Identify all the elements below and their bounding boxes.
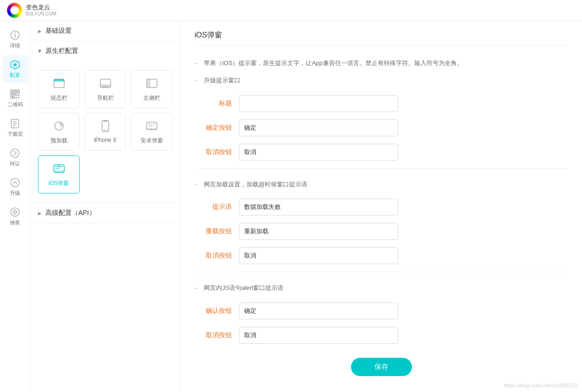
svg-point-20 <box>11 149 19 157</box>
form-row-cancel3: 取消按钮 <box>194 327 568 344</box>
svg-point-1 <box>15 33 16 34</box>
form-row-cancel1: 取消按钮 <box>194 144 568 161</box>
advanced-config-label: 高级配置（API） <box>45 209 96 217</box>
native-config-grid: 状态栏 导航栏 <box>30 61 180 203</box>
shengji-icon <box>9 177 21 188</box>
ios-dialog-label: iOS弹窗 <box>48 179 69 187</box>
svg-rect-37 <box>148 124 156 125</box>
input-cancel1[interactable] <box>239 144 398 161</box>
nav-item-choujiang[interactable]: 抽奖 <box>2 203 28 230</box>
sidebar-item-iphonex[interactable]: iPhone X <box>84 113 126 151</box>
save-button[interactable]: 保存 <box>351 358 412 376</box>
dash-3: - <box>194 180 204 188</box>
svg-rect-9 <box>16 91 18 93</box>
input-hint[interactable] <box>239 199 398 215</box>
svg-rect-44 <box>54 170 64 172</box>
basic-arrow-icon: ▶ <box>38 29 42 34</box>
icon-nav: 详情 配置 <box>0 21 30 392</box>
sidebar-item-navbar[interactable]: 导航栏 <box>84 70 126 108</box>
svg-rect-12 <box>15 95 17 96</box>
svg-rect-43 <box>55 168 60 169</box>
svg-rect-38 <box>148 126 153 126</box>
svg-point-24 <box>15 212 16 213</box>
input-cancel2[interactable] <box>239 247 398 264</box>
label-confirm3: 确认按钮 <box>194 307 232 315</box>
svg-rect-11 <box>12 96 14 97</box>
sidebar-section-basic: ▶ 基础设置 <box>30 21 180 41</box>
zhuanhua-icon <box>9 148 21 159</box>
input-cancel3[interactable] <box>239 327 398 344</box>
logo: 变色龙云 BSLYUN.COM <box>7 3 56 18</box>
logo-icon <box>7 3 22 18</box>
advanced-arrow-icon: ▶ <box>38 211 42 216</box>
sidebar-item-ios-dialog[interactable]: iOS弹窗 <box>38 155 80 193</box>
label-hint: 提示语 <box>194 203 232 211</box>
sidebar-item-leftsidebar[interactable]: 左侧栏 <box>131 70 172 108</box>
native-arrow-icon: ▶ <box>37 49 43 53</box>
peizhi-icon <box>9 59 21 70</box>
svg-rect-2 <box>15 35 15 37</box>
svg-rect-34 <box>104 121 107 122</box>
form-row-confirm1: 确定按钮 <box>194 119 568 136</box>
sidebar-item-statusbar[interactable]: 状态栏 <box>38 70 80 108</box>
basic-settings-label: 基础设置 <box>45 27 72 35</box>
svg-rect-42 <box>55 166 63 167</box>
native-config-header[interactable]: ▶ 原生栏配置 <box>30 41 180 61</box>
navbar-label: 导航栏 <box>97 94 114 102</box>
basic-settings-header[interactable]: ▶ 基础设置 <box>30 21 180 41</box>
svg-rect-13 <box>18 95 19 96</box>
nav-item-peizhi[interactable]: 配置 <box>2 55 28 82</box>
label-cancel2: 取消按钮 <box>194 251 232 260</box>
form-row-cancel2: 取消按钮 <box>194 247 568 264</box>
divider-2 <box>194 272 568 272</box>
label-title: 标题 <box>194 99 232 108</box>
label-reload: 重载按钮 <box>194 227 232 236</box>
native-config-label: 原生栏配置 <box>45 47 78 55</box>
info-block-4: - 网页内JS语句alert窗口提示语 <box>194 280 568 297</box>
info-text-4: 网页内JS语句alert窗口提示语 <box>204 283 284 293</box>
nav-item-zhuanhua[interactable]: 转让 <box>2 144 28 171</box>
leftsidebar-label: 左侧栏 <box>143 94 160 102</box>
advanced-config-header[interactable]: ▶ 高级配置（API） <box>30 203 180 223</box>
top-bar: 变色龙云 BSLYUN.COM <box>0 0 582 21</box>
save-btn-row: 保存 <box>194 358 568 385</box>
dash-2: - <box>194 76 204 84</box>
xiazaiye-icon <box>9 118 21 129</box>
sidebar: ▶ 基础设置 ▶ 原生栏配置 状态栏 <box>30 21 180 392</box>
svg-rect-26 <box>54 79 64 81</box>
nav-item-xiazaiye[interactable]: 下载页 <box>2 114 28 141</box>
label-cancel3: 取消按钮 <box>194 331 232 340</box>
input-title[interactable] <box>239 95 398 112</box>
label-confirm1: 确定按钮 <box>194 124 232 132</box>
watermark: https://blog.csdn.net/u01305572 <box>504 383 577 388</box>
svg-rect-7 <box>12 91 14 93</box>
svg-rect-35 <box>103 130 108 131</box>
info-block-1: - 苹果（IOS）提示窗，原生提示文字，让App兼容任一语言。禁止有特殊字符。输… <box>194 55 568 89</box>
page-title: iOS弹窗 <box>194 30 568 45</box>
app-domain: BSLYUN.COM <box>26 11 56 17</box>
erweima-icon <box>9 89 21 100</box>
svg-point-45 <box>58 165 60 166</box>
xiangqing-icon <box>9 30 21 41</box>
form-row-title: 标题 <box>194 95 568 112</box>
sidebar-item-android-dialog[interactable]: 安卓弹窗 <box>131 113 172 151</box>
input-reload[interactable] <box>239 223 398 240</box>
info-text-1: 苹果（IOS）提示窗，原生提示文字，让App兼容任一语言。禁止有特殊字符。输入符… <box>204 59 463 68</box>
choujiang-icon <box>9 207 21 218</box>
nav-item-erweima[interactable]: 二维码 <box>2 85 28 112</box>
input-confirm1[interactable] <box>239 119 398 136</box>
form-row-hint: 提示语 <box>194 199 568 215</box>
app-name: 变色龙云 <box>26 4 56 11</box>
input-confirm3[interactable] <box>239 303 398 319</box>
nav-item-xiangqing[interactable]: 详情 <box>2 26 28 53</box>
info-block-3: - 网页加载设置，加载超时候窗口提示语 <box>194 176 568 193</box>
sidebar-section-native: ▶ 原生栏配置 状态栏 <box>30 41 180 203</box>
form-row-confirm3: 确认按钮 <box>194 303 568 319</box>
dash-1: - <box>194 59 204 67</box>
preload-label: 预加载 <box>51 137 67 145</box>
svg-rect-31 <box>147 79 150 88</box>
sidebar-item-preload[interactable]: 预加载 <box>38 113 80 151</box>
nav-item-shengji[interactable]: 升级 <box>2 173 28 200</box>
sidebar-section-advanced: ▶ 高级配置（API） <box>30 203 180 223</box>
info-text-3: 网页加载设置，加载超时候窗口提示语 <box>204 180 307 190</box>
